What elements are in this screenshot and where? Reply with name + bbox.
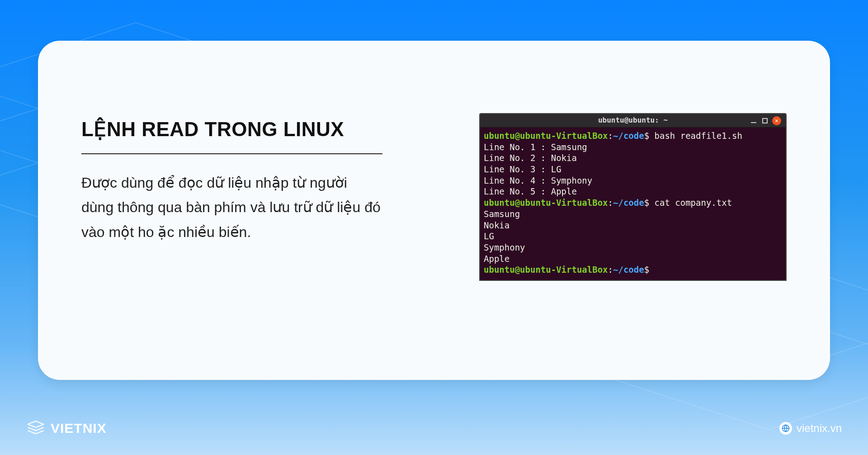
output-line: Nokia <box>484 220 782 231</box>
output-line: Line No. 5 : Apple <box>484 186 782 197</box>
prompt-line-3: ubuntu@ubuntu-VirtualBox:~/code$ <box>484 264 782 275</box>
close-icon[interactable]: ✕ <box>772 116 781 125</box>
minimize-icon[interactable] <box>750 117 758 125</box>
title-divider <box>81 153 382 154</box>
terminal-title: ubuntu@ubuntu: ~ <box>598 116 668 125</box>
brand-logo-icon <box>26 418 45 439</box>
terminal-column: ubuntu@ubuntu: ~ ✕ ubuntu@ubuntu-Virtual… <box>392 41 787 281</box>
site-link[interactable]: vietnix.vn <box>779 422 842 435</box>
text-column: LỆNH READ TRONG LINUX Được dùng để đọc d… <box>81 41 392 244</box>
window-controls: ✕ <box>750 116 781 125</box>
prompt-line-1: ubuntu@ubuntu-VirtualBox:~/code$ bash re… <box>484 130 782 142</box>
terminal-body: ubuntu@ubuntu-VirtualBox:~/code$ bash re… <box>480 128 786 280</box>
output-line: Line No. 3 : LG <box>484 164 782 175</box>
maximize-icon[interactable] <box>762 118 768 123</box>
description-text: Được dùng để đọc dữ liệu nhập từ người d… <box>81 171 382 244</box>
content-card: LỆNH READ TRONG LINUX Được dùng để đọc d… <box>38 41 830 380</box>
output-line: Apple <box>484 253 782 265</box>
brand-name: VIETNIX <box>51 421 107 436</box>
terminal-window: ubuntu@ubuntu: ~ ✕ ubuntu@ubuntu-Virtual… <box>479 113 787 281</box>
brand: VIETNIX <box>26 418 107 439</box>
output-line: Symphony <box>484 242 782 253</box>
output-line: Line No. 1 : Samsung <box>484 142 782 153</box>
output-line: Samsung <box>484 209 782 220</box>
globe-icon <box>779 422 792 435</box>
output-line: Line No. 2 : Nokia <box>484 152 782 164</box>
prompt-line-2: ubuntu@ubuntu-VirtualBox:~/code$ cat com… <box>484 197 782 209</box>
page-title: LỆNH READ TRONG LINUX <box>81 118 382 141</box>
terminal-titlebar: ubuntu@ubuntu: ~ ✕ <box>480 114 786 128</box>
output-line: Line No. 4 : Symphony <box>484 175 782 186</box>
output-line: LG <box>484 231 782 242</box>
footer: VIETNIX vietnix.vn <box>26 418 842 439</box>
site-url: vietnix.vn <box>797 422 842 435</box>
